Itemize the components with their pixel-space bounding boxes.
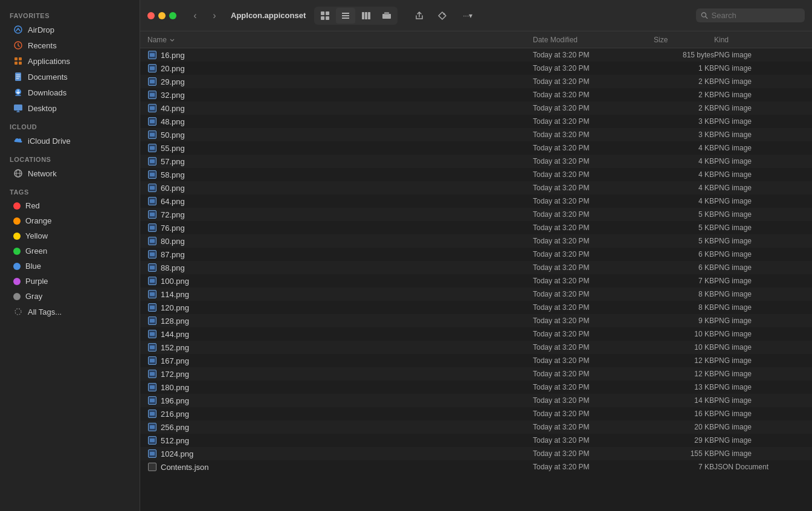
search-input[interactable] bbox=[712, 11, 800, 20]
table-row[interactable]: 512.png Today at 3:20 PM 29 KB PNG image bbox=[140, 434, 812, 447]
svg-rect-17 bbox=[326, 16, 329, 20]
table-row[interactable]: 40.png Today at 3:20 PM 2 KB PNG image bbox=[140, 101, 812, 115]
sidebar-item-tag-green[interactable]: Green bbox=[4, 244, 136, 258]
file-name: 256.png bbox=[147, 422, 533, 432]
table-row[interactable]: 60.png Today at 3:20 PM 4 KB PNG image bbox=[140, 181, 812, 194]
file-label: 72.png bbox=[161, 210, 185, 219]
file-name: 216.png bbox=[147, 409, 533, 419]
sidebar-item-documents[interactable]: Documents bbox=[4, 69, 136, 84]
table-row[interactable]: 144.png Today at 3:20 PM 10 KB PNG image bbox=[140, 327, 812, 341]
sidebar-item-downloads[interactable]: Downloads bbox=[4, 85, 136, 100]
table-row[interactable]: Contents.json Today at 3:20 PM 7 KB JSON… bbox=[140, 460, 812, 474]
sidebar-item-tag-red[interactable]: Red bbox=[4, 199, 136, 213]
search-box[interactable] bbox=[696, 8, 805, 22]
file-kind: PNG image bbox=[714, 91, 805, 99]
table-row[interactable]: 1024.png Today at 3:20 PM 155 KB PNG ima… bbox=[140, 447, 812, 460]
desktop-icon bbox=[13, 103, 23, 113]
png-file-icon bbox=[147, 289, 157, 299]
back-button[interactable]: ‹ bbox=[187, 8, 203, 24]
file-kind: PNG image bbox=[714, 423, 805, 431]
sidebar-item-tag-orange[interactable]: Orange bbox=[4, 214, 136, 228]
table-row[interactable]: 196.png Today at 3:20 PM 14 KB PNG image bbox=[140, 394, 812, 407]
table-row[interactable]: 87.png Today at 3:20 PM 6 KB PNG image bbox=[140, 248, 812, 261]
table-row[interactable]: 167.png Today at 3:20 PM 12 KB PNG image bbox=[140, 354, 812, 367]
forward-button[interactable]: › bbox=[207, 8, 222, 24]
sidebar-item-tag-gray[interactable]: Gray bbox=[4, 289, 136, 303]
table-row[interactable]: 58.png Today at 3:20 PM 4 KB PNG image bbox=[140, 168, 812, 181]
file-size: 12 KB bbox=[654, 356, 714, 365]
view-icon-button[interactable] bbox=[315, 8, 335, 24]
file-name: 152.png bbox=[147, 342, 533, 352]
toolbar: ‹ › AppIcon.appiconset bbox=[140, 0, 812, 31]
col-header-date[interactable]: Date Modified bbox=[533, 36, 654, 44]
file-kind: PNG image bbox=[714, 117, 805, 126]
view-gallery-button[interactable] bbox=[377, 8, 396, 24]
file-date: Today at 3:20 PM bbox=[533, 237, 654, 245]
sidebar-item-tag-purple[interactable]: Purple bbox=[4, 274, 136, 288]
col-header-kind[interactable]: Kind bbox=[714, 36, 805, 44]
table-row[interactable]: 29.png Today at 3:20 PM 2 KB PNG image bbox=[140, 75, 812, 88]
share-button[interactable] bbox=[410, 8, 429, 24]
file-kind: PNG image bbox=[714, 77, 805, 86]
table-row[interactable]: 76.png Today at 3:20 PM 5 KB PNG image bbox=[140, 221, 812, 234]
table-row[interactable]: 128.png Today at 3:20 PM 9 KB PNG image bbox=[140, 314, 812, 327]
maximize-button[interactable] bbox=[169, 12, 176, 19]
table-row[interactable]: 216.png Today at 3:20 PM 16 KB PNG image bbox=[140, 407, 812, 420]
sidebar-item-tag-yellow[interactable]: Yellow bbox=[4, 229, 136, 243]
file-kind: PNG image bbox=[714, 396, 805, 405]
file-name: 120.png bbox=[147, 303, 533, 312]
sidebar-item-recents[interactable]: Recents bbox=[4, 38, 136, 53]
file-date: Today at 3:20 PM bbox=[533, 144, 654, 152]
view-list-button[interactable] bbox=[336, 8, 355, 24]
table-row[interactable]: 114.png Today at 3:20 PM 8 KB PNG image bbox=[140, 288, 812, 301]
file-kind: PNG image bbox=[714, 130, 805, 139]
file-label: 100.png bbox=[161, 277, 189, 286]
table-row[interactable]: 80.png Today at 3:20 PM 5 KB PNG image bbox=[140, 234, 812, 248]
sidebar-item-applications[interactable]: Applications bbox=[4, 54, 136, 68]
png-file-icon bbox=[147, 196, 157, 206]
file-name: 40.png bbox=[147, 103, 533, 113]
table-row[interactable]: 120.png Today at 3:20 PM 8 KB PNG image bbox=[140, 301, 812, 314]
sidebar-item-desktop[interactable]: Desktop bbox=[4, 101, 136, 115]
file-label: 29.png bbox=[161, 77, 185, 86]
table-row[interactable]: 32.png Today at 3:20 PM 2 KB PNG image bbox=[140, 88, 812, 101]
tag-button[interactable] bbox=[433, 8, 452, 24]
table-row[interactable]: 88.png Today at 3:20 PM 6 KB PNG image bbox=[140, 261, 812, 274]
sidebar-item-all-tags[interactable]: All Tags... bbox=[4, 304, 136, 319]
view-column-button[interactable] bbox=[356, 8, 376, 24]
file-label: 32.png bbox=[161, 91, 185, 100]
file-name: 128.png bbox=[147, 316, 533, 326]
file-size: 5 KB bbox=[654, 237, 714, 245]
table-row[interactable]: 172.png Today at 3:20 PM 12 KB PNG image bbox=[140, 367, 812, 381]
table-row[interactable]: 48.png Today at 3:20 PM 3 KB PNG image bbox=[140, 115, 812, 128]
table-row[interactable]: 72.png Today at 3:20 PM 5 KB PNG image bbox=[140, 208, 812, 221]
close-button[interactable] bbox=[147, 12, 155, 19]
png-file-icon bbox=[147, 77, 157, 86]
table-row[interactable]: 256.png Today at 3:20 PM 20 KB PNG image bbox=[140, 420, 812, 434]
table-row[interactable]: 100.png Today at 3:20 PM 7 KB PNG image bbox=[140, 274, 812, 288]
table-row[interactable]: 152.png Today at 3:20 PM 10 KB PNG image bbox=[140, 341, 812, 354]
file-size: 4 KB bbox=[654, 184, 714, 192]
col-header-size[interactable]: Size bbox=[654, 36, 714, 44]
file-date: Today at 3:20 PM bbox=[533, 184, 654, 192]
action-button[interactable]: ···▾ bbox=[456, 8, 480, 24]
sidebar-item-airdrop[interactable]: AirDrop bbox=[4, 22, 136, 37]
sidebar-item-icloud-drive[interactable]: iCloud Drive bbox=[4, 133, 136, 148]
sidebar-item-network[interactable]: Network bbox=[4, 166, 136, 181]
table-row[interactable]: 20.png Today at 3:20 PM 1 KB PNG image bbox=[140, 62, 812, 75]
png-file-icon bbox=[147, 422, 157, 432]
sidebar-item-tag-blue[interactable]: Blue bbox=[4, 259, 136, 273]
table-row[interactable]: 64.png Today at 3:20 PM 4 KB PNG image bbox=[140, 194, 812, 208]
table-row[interactable]: 50.png Today at 3:20 PM 3 KB PNG image bbox=[140, 128, 812, 141]
table-row[interactable]: 180.png Today at 3:20 PM 13 KB PNG image bbox=[140, 381, 812, 394]
minimize-button[interactable] bbox=[158, 12, 166, 19]
file-name: 32.png bbox=[147, 90, 533, 100]
table-row[interactable]: 57.png Today at 3:20 PM 4 KB PNG image bbox=[140, 155, 812, 168]
file-size: 4 KB bbox=[654, 170, 714, 179]
col-header-name[interactable]: Name bbox=[147, 36, 533, 44]
file-label: Contents.json bbox=[161, 463, 209, 472]
downloads-icon bbox=[13, 88, 23, 97]
sidebar-label-tag-blue: Blue bbox=[25, 262, 41, 271]
table-row[interactable]: 55.png Today at 3:20 PM 4 KB PNG image bbox=[140, 141, 812, 155]
table-row[interactable]: 16.png Today at 3:20 PM 815 bytes PNG im… bbox=[140, 48, 812, 62]
